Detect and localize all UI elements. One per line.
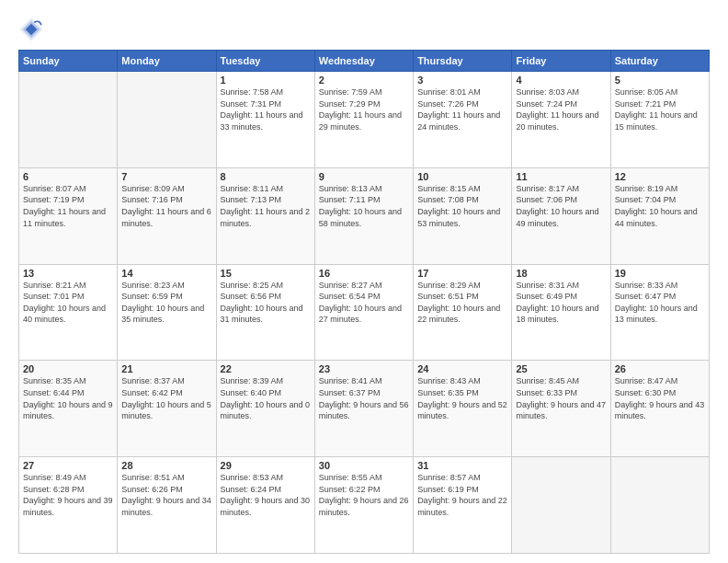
sunrise: Sunrise: 8:23 AM	[121, 281, 185, 290]
day-number: 31	[417, 460, 507, 471]
day-info: Sunrise: 8:53 AM Sunset: 6:24 PM Dayligh…	[221, 472, 311, 518]
calendar-cell: 23 Sunrise: 8:41 AM Sunset: 6:37 PM Dayl…	[314, 361, 413, 457]
day-number: 20	[23, 363, 113, 374]
day-info: Sunrise: 8:57 AM Sunset: 6:19 PM Dayligh…	[417, 472, 507, 518]
calendar-cell: 5 Sunrise: 8:05 AM Sunset: 7:21 PM Dayli…	[610, 72, 709, 168]
sunset: Sunset: 7:26 PM	[417, 99, 479, 109]
sunset: Sunset: 6:19 PM	[417, 485, 479, 494]
daylight: Daylight: 11 hours and 6 minutes.	[121, 207, 211, 228]
sunset: Sunset: 6:59 PM	[121, 292, 183, 301]
sunrise: Sunrise: 8:43 AM	[417, 376, 481, 385]
day-info: Sunrise: 8:11 AM Sunset: 7:13 PM Dayligh…	[221, 183, 311, 229]
calendar-cell: 11 Sunrise: 8:17 AM Sunset: 7:06 PM Dayl…	[512, 167, 610, 264]
sunrise: Sunrise: 8:13 AM	[319, 184, 382, 193]
day-info: Sunrise: 8:21 AM Sunset: 7:01 PM Dayligh…	[23, 280, 113, 326]
calendar-cell: 26 Sunrise: 8:47 AM Sunset: 6:30 PM Dayl…	[610, 361, 709, 457]
daylight: Daylight: 11 hours and 2 minutes.	[221, 207, 311, 228]
day-number: 22	[221, 363, 311, 374]
calendar-cell: 27 Sunrise: 8:49 AM Sunset: 6:28 PM Dayl…	[19, 457, 118, 554]
day-number: 15	[221, 268, 311, 279]
sunset: Sunset: 6:51 PM	[417, 292, 479, 301]
sunset: Sunset: 6:54 PM	[319, 292, 381, 301]
sunrise: Sunrise: 8:27 AM	[319, 281, 382, 290]
sunset: Sunset: 6:47 PM	[615, 292, 677, 301]
daylight: Daylight: 9 hours and 34 minutes.	[121, 496, 211, 517]
day-info: Sunrise: 7:59 AM Sunset: 7:29 PM Dayligh…	[319, 86, 409, 132]
day-number: 8	[221, 171, 311, 182]
sunset: Sunset: 7:08 PM	[417, 195, 479, 204]
day-info: Sunrise: 8:07 AM Sunset: 7:19 PM Dayligh…	[23, 183, 113, 229]
daylight: Daylight: 10 hours and 44 minutes.	[615, 207, 698, 228]
calendar-cell: 14 Sunrise: 8:23 AM Sunset: 6:59 PM Dayl…	[118, 264, 216, 361]
daylight: Daylight: 9 hours and 26 minutes.	[319, 496, 409, 517]
daylight: Daylight: 9 hours and 43 minutes.	[615, 400, 705, 421]
day-header-sunday: Sunday	[19, 51, 118, 72]
calendar-header-row: SundayMondayTuesdayWednesdayThursdayFrid…	[19, 51, 710, 72]
daylight: Daylight: 10 hours and 9 minutes.	[23, 400, 113, 421]
sunrise: Sunrise: 8:29 AM	[417, 281, 481, 290]
day-info: Sunrise: 8:15 AM Sunset: 7:08 PM Dayligh…	[417, 183, 507, 229]
day-number: 11	[516, 171, 606, 182]
daylight: Daylight: 11 hours and 33 minutes.	[221, 110, 303, 132]
day-number: 10	[417, 171, 507, 182]
day-info: Sunrise: 8:01 AM Sunset: 7:26 PM Dayligh…	[417, 86, 507, 132]
sunset: Sunset: 7:06 PM	[516, 195, 577, 204]
sunset: Sunset: 7:21 PM	[615, 99, 677, 109]
day-header-saturday: Saturday	[610, 51, 709, 72]
day-info: Sunrise: 8:45 AM Sunset: 6:33 PM Dayligh…	[516, 375, 606, 421]
day-info: Sunrise: 8:31 AM Sunset: 6:49 PM Dayligh…	[516, 280, 606, 326]
sunset: Sunset: 6:42 PM	[121, 388, 183, 397]
sunset: Sunset: 7:11 PM	[319, 195, 381, 204]
calendar-cell: 15 Sunrise: 8:25 AM Sunset: 6:56 PM Dayl…	[216, 264, 314, 361]
calendar-cell: 16 Sunrise: 8:27 AM Sunset: 6:54 PM Dayl…	[314, 264, 413, 361]
sunrise: Sunrise: 8:17 AM	[516, 184, 579, 193]
day-number: 1	[221, 75, 311, 86]
daylight: Daylight: 10 hours and 49 minutes.	[516, 207, 598, 228]
day-number: 18	[516, 268, 606, 279]
sunrise: Sunrise: 8:21 AM	[23, 281, 86, 290]
day-number: 21	[121, 363, 211, 374]
calendar-cell: 19 Sunrise: 8:33 AM Sunset: 6:47 PM Dayl…	[610, 264, 709, 361]
day-number: 9	[319, 171, 409, 182]
day-info: Sunrise: 8:09 AM Sunset: 7:16 PM Dayligh…	[121, 183, 211, 229]
calendar-cell	[610, 457, 709, 554]
sunrise: Sunrise: 7:59 AM	[319, 87, 382, 97]
calendar-cell	[512, 457, 610, 554]
sunrise: Sunrise: 8:49 AM	[23, 473, 86, 482]
calendar-cell: 20 Sunrise: 8:35 AM Sunset: 6:44 PM Dayl…	[19, 361, 118, 457]
calendar-cell: 28 Sunrise: 8:51 AM Sunset: 6:26 PM Dayl…	[118, 457, 216, 554]
calendar-cell: 10 Sunrise: 8:15 AM Sunset: 7:08 PM Dayl…	[414, 167, 512, 264]
logo	[18, 17, 48, 42]
sunset: Sunset: 6:44 PM	[23, 388, 85, 397]
sunrise: Sunrise: 8:15 AM	[417, 184, 481, 193]
day-number: 28	[121, 460, 211, 471]
day-number: 13	[23, 268, 113, 279]
sunrise: Sunrise: 8:03 AM	[516, 87, 579, 97]
daylight: Daylight: 9 hours and 30 minutes.	[221, 496, 311, 517]
calendar-cell: 9 Sunrise: 8:13 AM Sunset: 7:11 PM Dayli…	[314, 167, 413, 264]
day-number: 16	[319, 268, 409, 279]
day-info: Sunrise: 8:23 AM Sunset: 6:59 PM Dayligh…	[121, 280, 211, 326]
sunset: Sunset: 6:49 PM	[516, 292, 577, 301]
day-header-monday: Monday	[118, 51, 216, 72]
sunrise: Sunrise: 8:33 AM	[615, 281, 678, 290]
calendar-cell: 31 Sunrise: 8:57 AM Sunset: 6:19 PM Dayl…	[414, 457, 512, 554]
day-info: Sunrise: 8:17 AM Sunset: 7:06 PM Dayligh…	[516, 183, 606, 229]
daylight: Daylight: 10 hours and 58 minutes.	[319, 207, 402, 228]
sunrise: Sunrise: 8:39 AM	[221, 376, 284, 385]
daylight: Daylight: 11 hours and 20 minutes.	[516, 110, 598, 132]
day-number: 19	[615, 268, 705, 279]
sunrise: Sunrise: 8:35 AM	[23, 376, 86, 385]
day-number: 12	[615, 171, 705, 182]
sunset: Sunset: 6:24 PM	[221, 485, 282, 494]
sunset: Sunset: 6:40 PM	[221, 388, 282, 397]
sunrise: Sunrise: 8:55 AM	[319, 473, 382, 482]
daylight: Daylight: 10 hours and 13 minutes.	[615, 304, 698, 325]
sunrise: Sunrise: 8:09 AM	[121, 184, 185, 193]
page: SundayMondayTuesdayWednesdayThursdayFrid…	[0, 0, 728, 563]
sunset: Sunset: 6:22 PM	[319, 485, 381, 494]
daylight: Daylight: 9 hours and 22 minutes.	[417, 496, 507, 517]
sunrise: Sunrise: 8:25 AM	[221, 281, 284, 290]
day-number: 7	[121, 171, 211, 182]
day-number: 23	[319, 363, 409, 374]
